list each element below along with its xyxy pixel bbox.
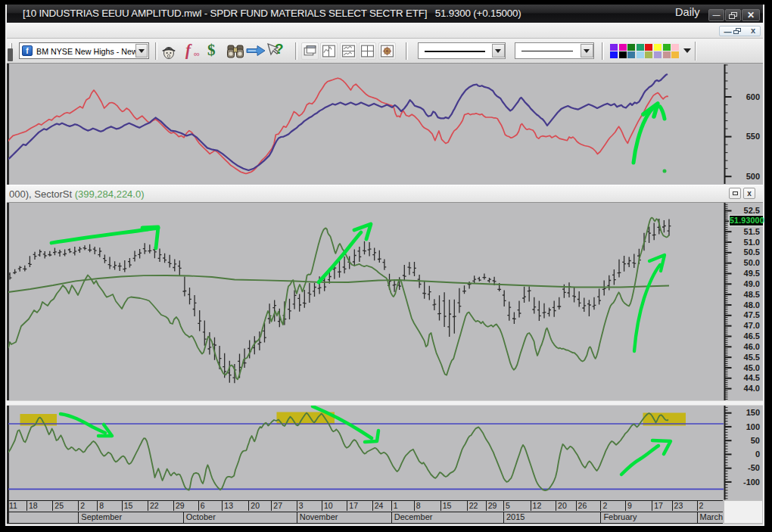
svg-text:100: 100 — [746, 422, 760, 431]
svg-text:45.5: 45.5 — [744, 353, 760, 362]
svg-text:49.0: 49.0 — [744, 279, 760, 288]
svg-text:50: 50 — [751, 436, 760, 445]
svg-text:550: 550 — [746, 132, 760, 141]
svg-text:-100: -100 — [743, 478, 760, 487]
svg-text:52.5: 52.5 — [744, 206, 760, 215]
svg-text:48.0: 48.0 — [744, 300, 760, 310]
svg-text:47.5: 47.5 — [744, 310, 760, 319]
svg-text:51.0: 51.0 — [744, 238, 760, 247]
svg-text:47.0: 47.0 — [744, 321, 760, 330]
svg-text:48.5: 48.5 — [744, 290, 760, 299]
svg-text:46.0: 46.0 — [744, 342, 760, 351]
svg-text:44.5: 44.5 — [744, 373, 760, 382]
svg-text:150: 150 — [746, 408, 760, 417]
svg-text:500: 500 — [746, 172, 760, 181]
svg-text:49.5: 49.5 — [744, 269, 760, 278]
svg-text:600: 600 — [746, 92, 760, 101]
svg-text:0: 0 — [755, 450, 760, 459]
svg-text:-50: -50 — [748, 463, 760, 472]
svg-text:45.0: 45.0 — [744, 363, 760, 372]
svg-text:50.5: 50.5 — [744, 247, 760, 257]
svg-text:50.0: 50.0 — [744, 258, 760, 267]
svg-text:46.5: 46.5 — [744, 331, 760, 341]
svg-text:44.0: 44.0 — [744, 384, 760, 393]
svg-text:51.5: 51.5 — [744, 227, 760, 236]
